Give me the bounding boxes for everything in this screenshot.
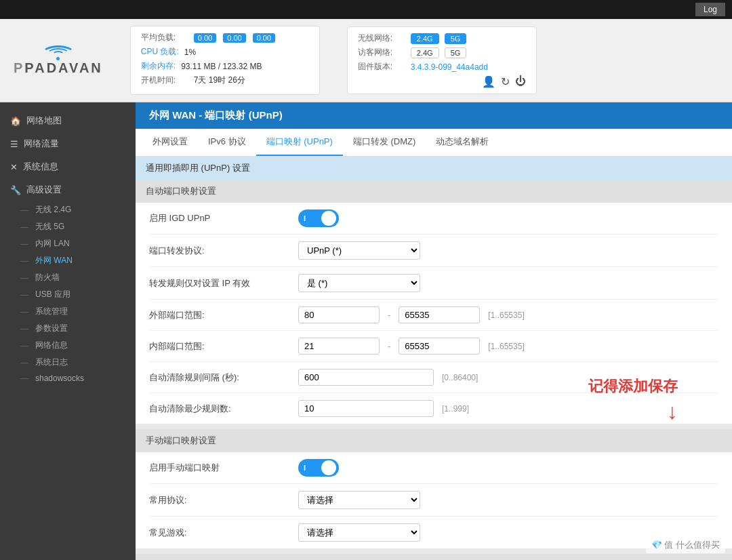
cpu-value: 1% <box>184 47 196 57</box>
guest-24-btn[interactable]: 2.4G <box>411 47 439 58</box>
clean-interval-group: 自动清除规则间隔 (秒): [0..86400] <box>149 362 718 393</box>
main-layout: 🏠 网络地图 ☰ 网络流量 ✕ 系统信息 🔧 高级设置 无线 2.4G 无线 5… <box>0 102 732 560</box>
forward-proto-control: UPnP (*) <box>298 241 718 260</box>
forward-proto-group: 端口转发协议: UPnP (*) <box>149 235 718 267</box>
rule-valid-select[interactable]: 是 (*) <box>298 274 420 292</box>
sidebar-item-advanced[interactable]: 🔧 高级设置 <box>0 178 136 201</box>
load-v2: 0.00 <box>223 33 245 43</box>
traffic-icon: ☰ <box>10 139 18 149</box>
enable-manual-control: I <box>298 459 718 477</box>
tab-wan-settings[interactable]: 外网设置 <box>142 129 198 156</box>
clean-interval-control: [0..86400] <box>298 369 718 386</box>
cpu-link[interactable]: CPU 负载: <box>141 46 179 58</box>
sidebar-item-lan[interactable]: 内网 LAN <box>0 235 136 252</box>
toggle-on-label2: I <box>304 464 306 472</box>
tab-upnp[interactable]: 端口映射 (UPnP) <box>256 129 343 156</box>
sidebar-item-netinfo[interactable]: 网络信息 <box>0 337 136 354</box>
sidebar-item-traffic[interactable]: ☰ 网络流量 <box>0 132 136 155</box>
header-icon-row: 👤 ↻ ⏻ <box>358 75 526 88</box>
tab-ddns[interactable]: 动态域名解析 <box>426 129 499 156</box>
sidebar-item-wifi5[interactable]: 无线 5G <box>0 218 136 235</box>
enable-manual-group: 启用手动端口映射 I <box>149 452 718 484</box>
manual-section-header: 手动端口映射设置 <box>136 429 732 452</box>
sidebar-item-wifi24[interactable]: 无线 2.4G <box>0 201 136 218</box>
int-port-label: 内部端口范围: <box>149 340 298 353</box>
network-stats-box: 无线网络: 2.4G 5G 访客网络: 2.4G 5G 固件版本: 3.4.3.… <box>347 26 537 94</box>
rule-valid-label: 转发规则仅对设置 IP 有效 <box>149 277 298 289</box>
ext-port-group: 外部端口范围: - [1..65535] <box>149 300 718 331</box>
ext-port-to[interactable] <box>399 306 480 323</box>
auto-form-area: 启用 IGD UPnP I 端口转发协议: UPnP (*) <box>136 203 732 424</box>
int-port-to[interactable] <box>399 338 480 355</box>
toggle-on-label: I <box>304 214 306 222</box>
user-icon[interactable]: 👤 <box>482 75 495 88</box>
int-port-hint: [1..65535] <box>488 342 524 351</box>
toggle-knob <box>321 211 336 226</box>
int-port-sep: - <box>388 341 390 351</box>
wifi-5-btn[interactable]: 5G <box>445 33 467 44</box>
clean-interval-label: 自动清除规则间隔 (秒): <box>149 372 298 384</box>
common-proto-control: 请选择 <box>298 491 718 509</box>
firmware-label: 固件版本: <box>358 61 405 73</box>
min-rules-group: 自动清除最少规则数: [1..999] <box>149 393 718 424</box>
home-icon: 🏠 <box>10 116 21 126</box>
top-bar: Log <box>0 0 732 19</box>
int-port-group: 内部端口范围: - [1..65535] <box>149 331 718 362</box>
sidebar-item-usb[interactable]: USB 应用 <box>0 286 136 303</box>
common-proto-select[interactable]: 请选择 <box>298 491 420 509</box>
log-button[interactable]: Log <box>695 3 725 16</box>
uptime-label: 开机时间: <box>141 75 188 86</box>
sidebar-item-sysinfo[interactable]: ✕ 系统信息 <box>0 155 136 178</box>
ext-port-control: - [1..65535] <box>298 306 718 323</box>
min-rules-input[interactable] <box>298 400 434 417</box>
refresh-icon[interactable]: ↻ <box>501 75 510 88</box>
min-rules-hint: [1..999] <box>442 404 469 414</box>
guest-label: 访客网络: <box>358 47 405 58</box>
system-stats-box: 平均负载: 0.00 0.00 0.00 CPU 负载: 1% 剩余内存: 93… <box>130 26 320 95</box>
sidebar-item-shadowsocks[interactable]: shadowsocks <box>0 371 136 386</box>
table-section-header: 手动映射端口列表 <box>136 554 732 560</box>
tab-dmz[interactable]: 端口转发 (DMZ) <box>343 129 426 156</box>
avg-load-label: 平均负载: <box>141 32 188 43</box>
tab-ipv6[interactable]: IPv6 协议 <box>198 129 256 156</box>
sidebar-item-map[interactable]: 🏠 网络地图 <box>0 109 136 132</box>
forward-proto-select[interactable]: UPnP (*) <box>298 241 420 260</box>
common-proto-label: 常用协议: <box>149 494 298 506</box>
sidebar-item-wan[interactable]: 外网 WAN <box>0 252 136 269</box>
tabs-bar: 外网设置 IPv6 协议 端口映射 (UPnP) 端口转发 (DMZ) 动态域名… <box>136 129 732 157</box>
common-proto-group: 常用协议: 请选择 <box>149 484 718 517</box>
content-area: 外网 WAN - 端口映射 (UPnP) 外网设置 IPv6 协议 端口映射 (… <box>136 102 732 560</box>
rule-valid-group: 转发规则仅对设置 IP 有效 是 (*) <box>149 267 718 300</box>
sidebar-item-syslog[interactable]: 系统日志 <box>0 354 136 371</box>
wifi-24-btn[interactable]: 2.4G <box>411 33 439 44</box>
int-port-from[interactable] <box>298 338 380 355</box>
enable-manual-label: 启用手动端口映射 <box>149 462 298 474</box>
ext-port-sep: - <box>388 310 390 320</box>
clean-interval-hint: [0..86400] <box>442 373 478 382</box>
load-v3: 0.00 <box>253 33 275 43</box>
forward-proto-label: 端口转发协议: <box>149 245 298 257</box>
power-icon[interactable]: ⏻ <box>515 75 526 88</box>
enable-manual-toggle[interactable]: I <box>298 459 339 477</box>
enable-igd-group: 启用 IGD UPnP I <box>149 203 718 235</box>
guest-5-btn[interactable]: 5G <box>445 47 467 58</box>
logo-text: PPADAVAN <box>14 60 103 76</box>
sidebar-item-sysmgmt[interactable]: 系统管理 <box>0 303 136 320</box>
info-icon: ✕ <box>10 162 18 172</box>
mem-link[interactable]: 剩余内存: <box>141 60 176 72</box>
page-title: 外网 WAN - 端口映射 (UPnP) <box>136 102 732 129</box>
sidebar-item-params[interactable]: 参数设置 <box>0 320 136 337</box>
toggle-knob2 <box>321 460 336 475</box>
header: PPADAVAN 平均负载: 0.00 0.00 0.00 CPU 负载: 1%… <box>0 19 732 102</box>
ext-port-from[interactable] <box>298 306 380 323</box>
firmware-value: 3.4.3.9-099_44a4add <box>411 62 488 72</box>
manual-form-area: 启用手动端口映射 I 常用协议: 请选择 常见 <box>136 452 732 548</box>
wifi-label: 无线网络: <box>358 33 405 44</box>
min-rules-label: 自动清除最少规则数: <box>149 403 298 415</box>
enable-igd-control: I <box>298 209 718 227</box>
common-game-select[interactable]: 请选择 <box>298 523 420 542</box>
common-game-control: 请选择 <box>298 523 718 542</box>
sidebar-item-firewall[interactable]: 防火墙 <box>0 269 136 286</box>
clean-interval-input[interactable] <box>298 369 434 386</box>
enable-igd-toggle[interactable]: I <box>298 209 339 227</box>
